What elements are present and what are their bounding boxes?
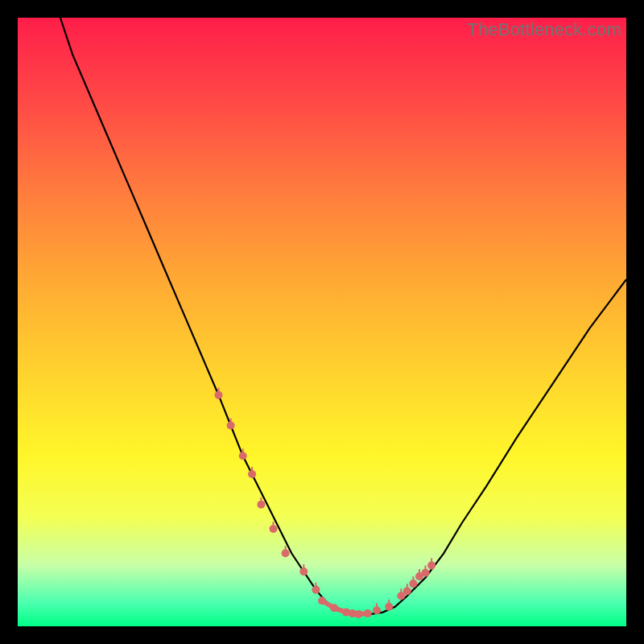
- data-point-tick: [400, 588, 402, 593]
- data-point-tick: [218, 388, 220, 393]
- plot-area: TheBottleneck.com: [18, 18, 626, 626]
- data-point-tick: [251, 467, 253, 472]
- data-point-tick: [419, 569, 420, 574]
- data-point-tick: [285, 546, 287, 551]
- chart-svg: [18, 18, 626, 626]
- data-point-tick: [388, 600, 390, 605]
- data-point-tick: [431, 558, 432, 563]
- data-point-tick: [376, 603, 378, 608]
- data-point-tick: [260, 497, 262, 502]
- data-point-tick: [425, 566, 427, 571]
- data-point-tick: [303, 564, 304, 569]
- data-markers: [215, 388, 436, 618]
- valley-segment: [358, 613, 367, 614]
- data-point-tick: [242, 448, 244, 453]
- data-point-tick: [230, 419, 232, 423]
- data-point-tick: [315, 583, 316, 588]
- data-point-tick: [273, 522, 275, 526]
- data-point-tick: [407, 584, 408, 588]
- data-point-tick: [412, 576, 414, 581]
- bottleneck-curve: [60, 18, 626, 614]
